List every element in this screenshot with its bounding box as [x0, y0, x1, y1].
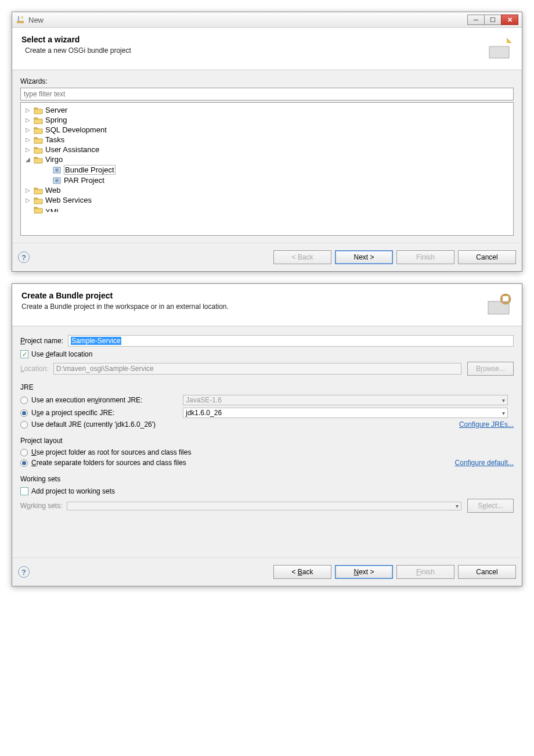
tree-item-label: Tasks [45, 135, 64, 144]
jre-project-radio[interactable] [20, 409, 28, 417]
use-default-location-row: ✓ Use default location [20, 348, 514, 360]
tree-item[interactable]: ▷Web Services [26, 195, 508, 205]
project-icon [52, 177, 62, 185]
cancel-button[interactable]: Cancel [458, 250, 516, 264]
tree-item[interactable]: ▷Spring [26, 115, 508, 125]
jre-group: Use an execution environment JRE: JavaSE… [20, 393, 514, 431]
cancel-button[interactable]: Cancel [458, 565, 516, 579]
ws-combo[interactable]: ▾ [67, 502, 461, 510]
tree-item-label: PAR Project [64, 176, 104, 185]
tree-item[interactable]: ▷User Assistance [26, 145, 508, 154]
layout-opt1-label: Use project folder as root for sources a… [31, 448, 191, 456]
project-name-field[interactable]: Sample-Service [68, 335, 514, 347]
folder-icon [34, 126, 43, 134]
tree-item[interactable]: ▷Web [26, 185, 508, 195]
next-button[interactable]: Next > [335, 250, 393, 264]
tree-expander-icon[interactable]: ▷ [26, 127, 34, 133]
dialog2-title: Create a Bundle project [21, 291, 486, 300]
wizard-tree[interactable]: ▷Server▷Spring▷SQL Development▷Tasks▷Use… [20, 102, 514, 236]
chevron-down-icon: ▾ [502, 410, 505, 416]
ws-add-row: ✓ Add project to working sets [20, 485, 514, 497]
titlebar: New ─ ☐ ✕ [12, 12, 522, 28]
jre-project-combo[interactable]: jdk1.6.0_26 ▾ [183, 408, 508, 418]
dialog2-header-icon [486, 291, 513, 318]
jre-exec-env-label: Use an execution environment JRE: [31, 396, 142, 404]
create-bundle-dialog: Create a Bundle project Create a Bundle … [12, 283, 522, 586]
jre-default-label: Use default JRE (currently 'jdk1.6.0_26'… [31, 420, 156, 429]
tree-expander-icon[interactable]: ▷ [26, 197, 34, 203]
dialog2-header: Create a Bundle project Create a Bundle … [12, 284, 522, 326]
folder-icon [34, 206, 43, 214]
folder-icon [34, 186, 43, 195]
browse-button[interactable]: Browse... [467, 362, 514, 376]
new-wizard-dialog: New ─ ☐ ✕ Select a wizard Create a new O… [12, 12, 522, 272]
next-button[interactable]: Next > [335, 565, 393, 579]
button-row: ? < Back Next > Finish Cancel [12, 243, 522, 271]
dialog2-button-row: ? < Back Next > Finish Cancel [12, 557, 522, 586]
finish-button[interactable]: Finish [396, 565, 454, 579]
minimize-button[interactable]: ─ [467, 15, 485, 25]
configure-default-link[interactable]: Configure default... [455, 459, 514, 467]
tree-expander-icon[interactable]: ▷ [26, 187, 34, 193]
jre-group-title: JRE [20, 383, 514, 391]
jre-default-radio[interactable] [20, 421, 28, 429]
chevron-down-icon: ▾ [502, 397, 505, 404]
layout-group-title: Project layout [20, 437, 514, 445]
ws-select-button[interactable]: Select... [467, 499, 514, 513]
filter-input[interactable] [20, 88, 514, 100]
tree-item-label: SQL Development [45, 125, 107, 134]
wizards-label: Wizards: [20, 77, 514, 85]
tree-item-label: Server [45, 106, 67, 114]
tree-item-label: User Assistance [45, 145, 99, 154]
use-default-label: Use default location [31, 350, 92, 358]
svg-rect-1 [18, 16, 19, 21]
finish-button[interactable]: Finish [396, 250, 454, 264]
jre-default-row: Use default JRE (currently 'jdk1.6.0_26'… [20, 419, 514, 430]
header-icon [486, 35, 513, 62]
project-name-label: Project name: [20, 337, 68, 345]
tree-item[interactable]: ▷SQL Development [26, 125, 508, 135]
window-controls: ─ ☐ ✕ [468, 15, 518, 25]
jre-exec-env-radio[interactable] [20, 397, 28, 404]
tree-expander-icon[interactable]: ◢ [26, 156, 34, 163]
tree-item-label: Web Services [45, 196, 92, 204]
use-default-checkbox[interactable]: ✓ [20, 350, 28, 358]
tree-expander-icon[interactable]: ▷ [26, 136, 34, 143]
tree-expander-icon[interactable]: ▷ [26, 107, 34, 113]
jre-exec-env-combo[interactable]: JavaSE-1.6 ▾ [183, 395, 508, 405]
dialog-body: Wizards: ▷Server▷Spring▷SQL Development▷… [12, 70, 522, 243]
configure-jres-link[interactable]: Configure JREs... [459, 420, 514, 429]
help-icon[interactable]: ? [18, 566, 30, 578]
ws-label: Working sets: [20, 502, 67, 510]
location-label: Location: [20, 365, 53, 373]
tree-item[interactable]: XML [26, 205, 508, 214]
tree-item[interactable]: Bundle Project [26, 164, 508, 175]
tree-item-label: Spring [45, 116, 67, 124]
dialog-header: Select a wizard Create a new OSGi bundle… [12, 28, 522, 70]
tree-item[interactable]: PAR Project [26, 175, 508, 185]
folder-icon [34, 136, 43, 144]
back-button[interactable]: < Back [273, 565, 331, 579]
project-name-row: Project name: Sample-Service [20, 333, 514, 348]
help-icon[interactable]: ? [18, 251, 30, 263]
tree-item[interactable]: ▷Server [26, 105, 508, 115]
layout-opt1-radio[interactable] [20, 449, 28, 456]
dialog2-body: Project name: Sample-Service ✓ Use defau… [12, 326, 522, 557]
tree-expander-icon[interactable]: ▷ [26, 146, 34, 153]
tree-expander-icon[interactable]: ▷ [26, 117, 34, 123]
tree-item[interactable]: ▷Tasks [26, 135, 508, 145]
jre-exec-env-row: Use an execution environment JRE: JavaSE… [20, 394, 514, 406]
dialog-title: Select a wizard [21, 35, 486, 44]
back-button[interactable]: < Back [273, 250, 331, 264]
layout-opt2-radio[interactable] [20, 459, 28, 467]
ws-add-checkbox[interactable]: ✓ [20, 487, 28, 495]
tree-item-label: Bundle Project [64, 165, 116, 175]
layout-opt2-row: Create separate folders for sources and … [20, 458, 514, 468]
maximize-button[interactable]: ☐ [484, 15, 501, 25]
close-button[interactable]: ✕ [501, 15, 518, 25]
dialog2-subtitle: Create a Bundle project in the workspace… [21, 303, 486, 311]
wizard-icon [16, 15, 25, 24]
tree-item[interactable]: ◢Virgo [26, 154, 508, 164]
ws-add-label: Add project to working sets [31, 487, 115, 495]
ws-group: ✓ Add project to working sets Working se… [20, 484, 514, 516]
